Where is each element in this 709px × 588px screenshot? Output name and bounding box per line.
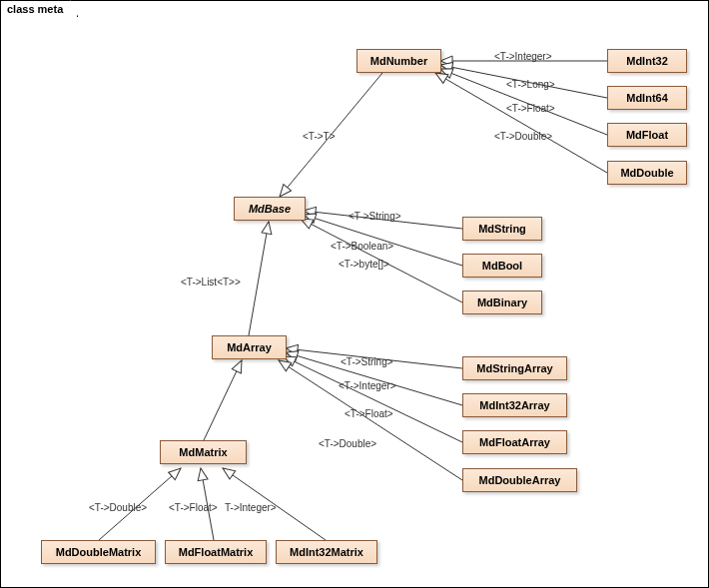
label-t-long: <T->Long> <box>506 79 555 90</box>
class-mdfloatarray: MdFloatArray <box>462 430 567 454</box>
label-t-boolean: <T->Boolean> <box>331 241 393 252</box>
label-t-double: <T->Double> <box>494 131 552 142</box>
label-t-float: <T->Float> <box>506 103 555 114</box>
edges-layer <box>1 1 709 588</box>
class-mdbinary: MdBinary <box>462 291 542 314</box>
label-t-string: <T->String> <box>349 211 401 222</box>
label-t-double3: <T->Double> <box>89 502 147 513</box>
class-mddouble: MdDouble <box>607 161 687 185</box>
class-mddoublearray: MdDoubleArray <box>462 468 577 492</box>
label-t-float2: <T->Float> <box>345 408 393 419</box>
label-t-string2: <T->String> <box>341 356 393 367</box>
class-mdstring: MdString <box>462 217 542 241</box>
diagram-frame: class meta MdNumber MdInt32 Md <box>0 0 709 588</box>
class-mdfloat: MdFloat <box>607 123 687 147</box>
label-t-t: <T->T> <box>303 131 336 142</box>
class-mdint32matrix: MdInt32Matrix <box>276 540 377 564</box>
label-t-list-t: <T->List<T>> <box>181 277 241 288</box>
class-mdbool: MdBool <box>462 254 542 278</box>
class-mdfloatmatrix: MdFloatMatrix <box>165 540 267 564</box>
class-mddoublematrix: MdDoubleMatrix <box>41 540 156 564</box>
class-mdstringarray: MdStringArray <box>462 356 567 380</box>
class-mdbase: MdBase <box>234 197 306 221</box>
class-mdarray: MdArray <box>212 335 287 359</box>
label-t-double2: <T->Double> <box>319 438 376 449</box>
label-t-float3: <T->Float> <box>169 502 218 513</box>
class-mdnumber: MdNumber <box>356 49 441 73</box>
svg-line-12 <box>279 360 462 480</box>
frame-title: class meta <box>0 0 78 17</box>
label-t-integer: <T->Integer> <box>494 51 552 62</box>
class-mdint64: MdInt64 <box>607 86 687 110</box>
svg-line-13 <box>204 360 242 440</box>
svg-line-11 <box>284 356 462 442</box>
svg-line-8 <box>249 222 269 335</box>
class-mdmatrix: MdMatrix <box>160 440 247 464</box>
class-mdint32: MdInt32 <box>607 49 687 73</box>
label-t-integer3: T->Integer> <box>225 502 277 513</box>
label-t-byte: <T->byte[]> <box>339 259 389 270</box>
class-mdint32array: MdInt32Array <box>462 393 567 417</box>
label-t-integer2: <T->Integer> <box>339 380 396 391</box>
